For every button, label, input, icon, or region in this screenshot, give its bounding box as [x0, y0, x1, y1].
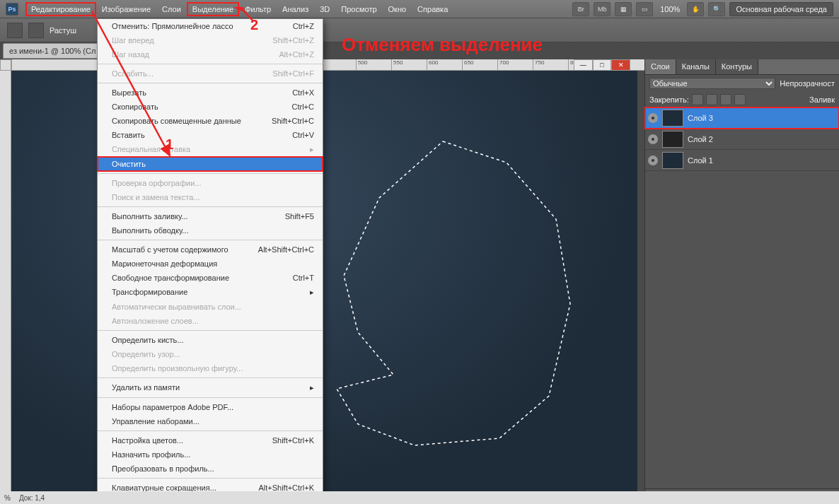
menu-item: Определить произвольную фигуру...	[98, 361, 323, 375]
visibility-icon[interactable]	[648, 113, 658, 123]
minimize-button[interactable]: —	[574, 59, 593, 71]
menu-item: Поиск и замена текста...	[98, 190, 323, 204]
opacity-label: Непрозрачност	[780, 79, 835, 88]
menu-item[interactable]: Удалить из памяти▸	[98, 380, 323, 395]
annotation-number-2: 2	[250, 17, 258, 33]
menu-select[interactable]: Выделение	[187, 2, 239, 16]
menu-item[interactable]: Назначить профиль...	[98, 447, 323, 462]
bridge-button[interactable]: Br	[572, 2, 589, 16]
annotation-text: Отменяем выделение	[342, 34, 543, 56]
blend-mode-select[interactable]: Обычные	[649, 78, 775, 89]
top-icons: Br Mb ▦ ▭ 100% ✋ 🔍 Основная рабочая сред…	[572, 2, 833, 16]
menu-item[interactable]: Настройка цветов...Shift+Ctrl+K	[98, 433, 323, 447]
menu-item[interactable]: Выполнить заливку...Shift+F5	[98, 209, 323, 223]
lock-position-icon[interactable]	[720, 94, 731, 105]
marquee-selection	[316, 134, 577, 452]
feather-label: Растуш	[50, 26, 76, 35]
menu-item: Шаг впередShift+Ctrl+Z	[98, 33, 323, 47]
ruler-mark: 550	[391, 59, 427, 70]
document-tab[interactable]: ез имени-1 @ 100% (Сл	[3, 43, 102, 59]
layers-list: Слой 3 Слой 2 Слой 1	[645, 107, 839, 171]
lock-paint-icon[interactable]	[706, 94, 717, 105]
menu-layers[interactable]: Слои	[156, 2, 187, 16]
menu-item[interactable]: Выполнить обводку...	[98, 223, 323, 238]
menu-item: Автоматически выравнивать слои...	[98, 300, 323, 314]
menu-item[interactable]: Определить кисть...	[98, 333, 323, 347]
panel-tabs: Слои Каналы Контуры	[645, 59, 839, 75]
menu-item: Автоналожение слоев...	[98, 314, 323, 328]
layer-name: Слой 2	[688, 135, 713, 143]
menu-item[interactable]: Очистить	[98, 157, 323, 171]
menu-view[interactable]: Просмотр	[335, 2, 382, 16]
menu-item: Ослабить...Shift+Ctrl+F	[98, 66, 323, 81]
menu-item: Специальная вставка▸	[98, 142, 323, 157]
layer-thumb	[662, 152, 683, 169]
status-zoom: %	[4, 494, 11, 502]
tab-channels[interactable]: Каналы	[676, 59, 716, 74]
menu-help[interactable]: Справка	[412, 2, 453, 16]
hand-icon[interactable]: ✋	[687, 2, 704, 16]
fill-label: Заливк	[809, 95, 835, 104]
menu-filter[interactable]: Фильтр	[239, 2, 277, 16]
menu-item: Определить узор...	[98, 347, 323, 361]
menu-window[interactable]: Окно	[383, 2, 412, 16]
menu-edit[interactable]: Редактирование	[25, 2, 96, 16]
menu-item: Шаг назадAlt+Ctrl+Z	[98, 47, 323, 61]
menu-item[interactable]: Трансформирование▸	[98, 285, 323, 300]
menu-item[interactable]: СкопироватьCtrl+C	[98, 100, 323, 114]
layer-thumb	[662, 110, 683, 127]
menu-item[interactable]: Преобразовать в профиль...	[98, 462, 323, 476]
zoom-level[interactable]: 100%	[657, 5, 683, 13]
menu-item: Проверка орфографии...	[98, 176, 323, 190]
tab-paths[interactable]: Контуры	[716, 59, 758, 74]
tab-layers[interactable]: Слои	[645, 59, 676, 74]
layer-row[interactable]: Слой 3	[645, 107, 839, 129]
menu-item[interactable]: Масштаб с учетом содержимогоAlt+Shift+Ct…	[98, 242, 323, 257]
lock-all-icon[interactable]	[734, 94, 746, 105]
close-button[interactable]: ✕	[611, 59, 630, 71]
menu-item[interactable]: ВставитьCtrl+V	[98, 128, 323, 142]
menu-item[interactable]: Свободное трансформированиеCtrl+T	[98, 271, 323, 285]
panels: Слои Каналы Контуры Обычные Непрозрачнос…	[644, 59, 839, 504]
menu-item[interactable]: ВырезатьCtrl+X	[98, 86, 323, 100]
ruler-mark: 700	[497, 59, 533, 70]
ruler-vertical	[0, 71, 11, 504]
visibility-icon[interactable]	[648, 134, 658, 144]
lock-pixels-icon[interactable]	[692, 94, 703, 105]
annotation-number-1: 1	[166, 136, 173, 153]
layer-thumb	[662, 131, 683, 148]
menubar: Ps Редактирование Изображение Слои Выдел…	[0, 0, 839, 18]
doc-window-controls: — □ ✕	[574, 59, 630, 71]
layer-name: Слой 1	[688, 156, 713, 165]
minibridge-button[interactable]: Mb	[594, 2, 611, 16]
maximize-button[interactable]: □	[593, 59, 612, 71]
lasso-tool-icon[interactable]	[7, 23, 23, 38]
arrange-button[interactable]: ▦	[615, 2, 632, 16]
lock-label: Закрепить:	[649, 95, 689, 104]
visibility-icon[interactable]	[648, 156, 658, 165]
menu-analysis[interactable]: Анализ	[277, 2, 314, 16]
menu-image[interactable]: Изображение	[96, 2, 156, 16]
edit-menu-dropdown: Отменить: Прямолинейное лассоCtrl+ZШаг в…	[97, 18, 323, 504]
menu-item[interactable]: Скопировать совмещенные данныеShift+Ctrl…	[98, 114, 323, 128]
menu-item[interactable]: Марионеточная деформация	[98, 257, 323, 271]
lock-row: Закрепить: Заливк	[645, 92, 839, 107]
layer-name: Слой 3	[688, 114, 713, 122]
blend-row: Обычные Непрозрачност	[645, 75, 839, 92]
menu-item[interactable]: Отменить: Прямолинейное лассоCtrl+Z	[98, 19, 323, 33]
ruler-corner	[0, 59, 11, 71]
ruler-mark: 750	[533, 59, 568, 70]
menu-item[interactable]: Управление наборами...	[98, 414, 323, 428]
app-icon: Ps	[6, 3, 18, 16]
menu-3d[interactable]: 3D	[314, 2, 335, 16]
screenmode-button[interactable]: ▭	[636, 2, 653, 16]
status-bar: % Док: 1,4	[0, 491, 839, 504]
selection-mode-icon[interactable]	[28, 23, 44, 38]
ruler-mark: 600	[427, 59, 462, 70]
workspace-switcher[interactable]: Основная рабочая среда	[729, 2, 833, 16]
zoom-icon[interactable]: 🔍	[708, 2, 725, 16]
layer-row[interactable]: Слой 1	[645, 150, 839, 171]
menu-item[interactable]: Наборы параметров Adobe PDF...	[98, 400, 323, 414]
layer-row[interactable]: Слой 2	[645, 129, 839, 150]
ruler-mark: 650	[462, 59, 497, 70]
